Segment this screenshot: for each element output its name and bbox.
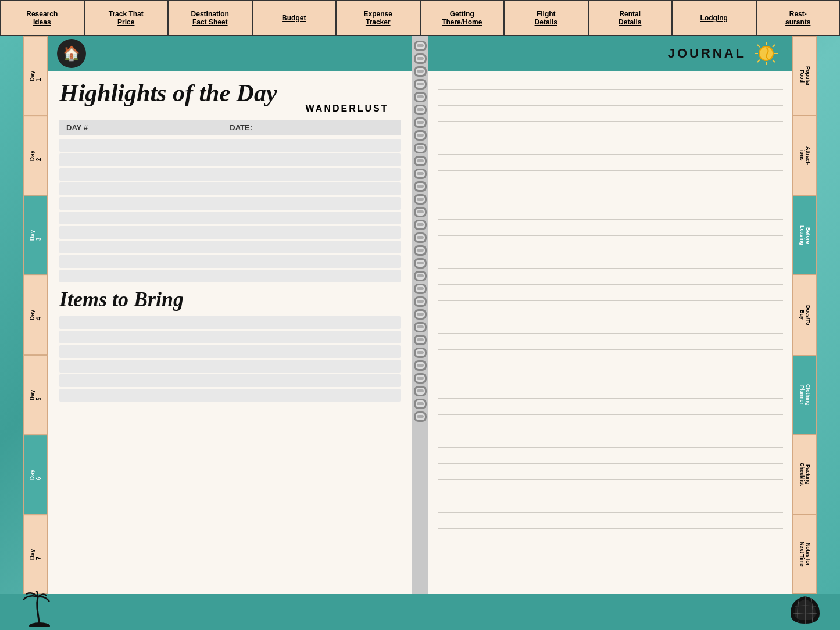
spiral-ring-7	[414, 117, 427, 128]
nav-tab-lodging[interactable]: Lodging	[672, 0, 756, 36]
nav-tab-rental-details[interactable]: RentalDetails	[588, 0, 673, 36]
left-header-bar: 🏠	[48, 36, 412, 71]
svg-line-7	[773, 45, 775, 47]
nav-tab-track-that-price[interactable]: Track ThatPrice	[84, 0, 169, 36]
bottom-bar	[0, 594, 840, 630]
day-tab-6[interactable]: Day6	[23, 435, 48, 514]
spiral-ring-13	[414, 194, 427, 205]
highlight-line-6	[59, 212, 401, 224]
tab-attractions[interactable]: Attract-ions	[792, 116, 817, 195]
journal-line-13	[438, 271, 784, 285]
tab-clothing-planner[interactable]: ClothingPlanner	[792, 355, 817, 435]
day-tab-7[interactable]: Day7	[23, 514, 48, 594]
item-line-2	[59, 331, 401, 343]
notebook: Day1 Day2 Day3 Day4 Day5 Day6 Day7 🏠 Hig…	[23, 36, 817, 594]
spiral-ring-4	[414, 79, 427, 90]
day-tab-3[interactable]: Day3	[23, 195, 48, 275]
spiral-ring-20	[414, 284, 427, 294]
journal-line-15	[438, 303, 784, 317]
day-date-row: DAY # DATE:	[59, 120, 401, 135]
nav-tab-restaurants[interactable]: Rest-aurants	[756, 0, 841, 36]
spiral-ring-10	[414, 156, 427, 166]
spiral-ring-25	[414, 348, 427, 358]
day-tab-4[interactable]: Day4	[23, 275, 48, 355]
journal-line-2	[438, 92, 784, 106]
nav-tab-getting-there[interactable]: GettingThere/Home	[420, 0, 505, 36]
spiral-ring-8	[414, 130, 427, 141]
highlight-line-5	[59, 197, 401, 210]
tab-popular-food[interactable]: PopularFood	[792, 36, 817, 116]
journal-line-18	[438, 352, 784, 366]
spiral-ring-23	[414, 322, 427, 332]
left-page: 🏠 Highlights of the Day WANDERLUST DAY #…	[48, 36, 412, 594]
day-tab-1[interactable]: Day1	[23, 36, 48, 116]
highlight-line-8	[59, 241, 401, 253]
spiral-binding	[412, 36, 428, 594]
svg-line-8	[757, 60, 760, 62]
highlights-title: Highlights of the Day	[59, 80, 401, 106]
tab-packing-checklist[interactable]: PackingChecklist	[792, 435, 817, 514]
items-to-bring-title: Items to Bring	[59, 287, 401, 312]
journal-line-9	[438, 206, 784, 220]
spiral-ring-28	[414, 386, 427, 396]
tab-before-leaving[interactable]: BeforeLeaving	[792, 195, 817, 275]
journal-line-12	[438, 255, 784, 269]
svg-line-5	[757, 45, 760, 47]
highlight-line-3	[59, 168, 401, 181]
journal-line-14	[438, 287, 784, 301]
journal-line-11	[438, 238, 784, 252]
right-section-tabs: PopularFood Attract-ions BeforeLeaving D…	[792, 36, 817, 594]
journal-line-6	[438, 157, 784, 171]
journal-lines-area	[428, 71, 793, 594]
journal-line-10	[438, 222, 784, 236]
spiral-ring-26	[414, 360, 427, 371]
nav-tab-research-ideas[interactable]: ResearchIdeas	[0, 0, 84, 36]
journal-line-24	[438, 450, 784, 464]
item-line-3	[59, 345, 401, 358]
spiral-ring-21	[414, 296, 427, 307]
journal-title: JOURNAL	[668, 46, 746, 61]
svg-point-0	[759, 46, 773, 60]
journal-line-5	[438, 141, 784, 155]
journal-line-4	[438, 124, 784, 138]
spiral-ring-18	[414, 258, 427, 269]
day-number-label: DAY #	[66, 123, 230, 132]
tab-docs-to-buy[interactable]: Docs/ToBuy	[792, 275, 817, 355]
spiral-ring-24	[414, 335, 427, 345]
day-tab-5[interactable]: Day5	[23, 355, 48, 435]
journal-line-16	[438, 320, 784, 334]
home-icon[interactable]: 🏠	[57, 39, 86, 68]
nav-tab-destination-fact-sheet[interactable]: DestinationFact Sheet	[168, 0, 252, 36]
left-page-content: Highlights of the Day WANDERLUST DAY # D…	[48, 71, 412, 594]
journal-line-1	[438, 76, 784, 90]
spiral-ring-17	[414, 245, 427, 256]
spiral-ring-16	[414, 232, 427, 243]
journal-line-25	[438, 466, 784, 480]
spiral-ring-1	[414, 41, 427, 51]
journal-line-27	[438, 499, 784, 513]
journal-line-29	[438, 531, 784, 545]
spiral-ring-15	[414, 220, 427, 230]
journal-line-22	[438, 417, 784, 431]
spiral-ring-12	[414, 181, 427, 192]
highlight-line-4	[59, 182, 401, 195]
nav-tab-budget[interactable]: Budget	[252, 0, 337, 36]
spiral-ring-2	[414, 53, 427, 64]
left-day-tabs: Day1 Day2 Day3 Day4 Day5 Day6 Day7	[23, 36, 48, 594]
spiral-ring-27	[414, 373, 427, 384]
day-tab-2[interactable]: Day2	[23, 116, 48, 195]
svg-point-9	[29, 622, 50, 627]
svg-line-6	[773, 60, 775, 62]
journal-line-17	[438, 336, 784, 350]
journal-line-7	[438, 173, 784, 187]
nav-tab-flight-details[interactable]: FlightDetails	[504, 0, 588, 36]
spiral-ring-9	[414, 143, 427, 153]
journal-line-26	[438, 482, 784, 496]
highlight-line-7	[59, 226, 401, 239]
journal-line-21	[438, 401, 784, 415]
journal-line-8	[438, 189, 784, 203]
journal-line-23	[438, 434, 784, 448]
tab-notes-next-time[interactable]: Notes forNext Time	[792, 514, 817, 594]
date-label: DATE:	[230, 123, 393, 132]
nav-tab-expense-tracker[interactable]: ExpenseTracker	[336, 0, 420, 36]
